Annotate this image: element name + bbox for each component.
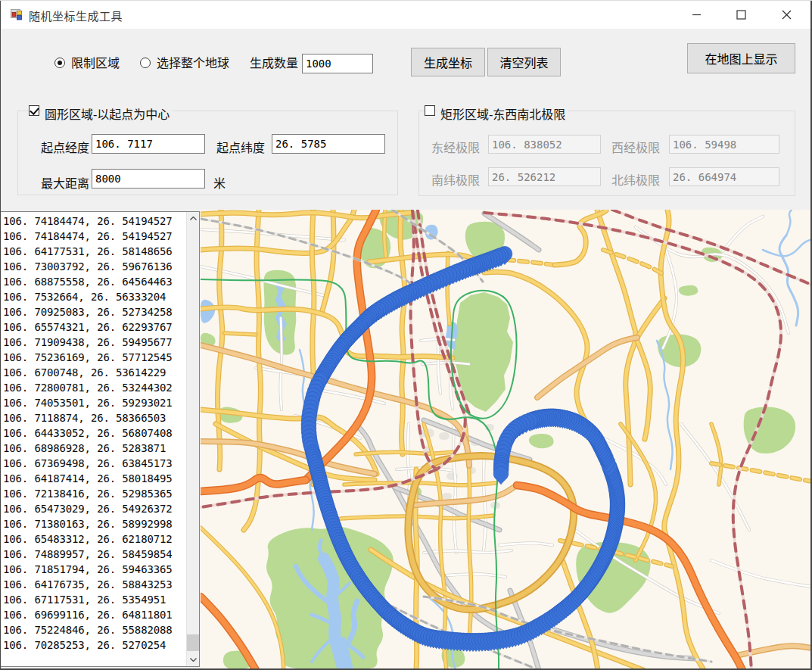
- close-icon: [781, 9, 792, 20]
- window-border-top: [0, 0, 812, 1]
- radio-restrict-area[interactable]: [54, 58, 65, 68]
- map-bld: [439, 432, 450, 440]
- map-park: [744, 407, 795, 454]
- map-canvas: [201, 210, 810, 668]
- map-park: [679, 285, 698, 296]
- list-item[interactable]: 106. 74053501, 26. 59293021: [1, 395, 185, 410]
- chevron-down-icon: [190, 658, 197, 662]
- list-item[interactable]: 106. 7532664, 26. 56333204: [1, 289, 185, 304]
- list-item[interactable]: 106. 71909438, 26. 59495677: [1, 335, 185, 350]
- generate-button[interactable]: 生成坐标: [411, 48, 485, 76]
- minimize-button[interactable]: [679, 0, 714, 29]
- title-bar: 随机坐标生成工具: [0, 0, 812, 29]
- east-limit-label: 东经极限: [431, 138, 480, 156]
- map-yellow-thin-road: [621, 424, 656, 560]
- map-river-road: [763, 239, 810, 256]
- app-window: 随机坐标生成工具 限制区域 选择整个地球 生成数量 生成坐标 清空列表 在地图上…: [0, 0, 812, 670]
- coordinate-list: 106. 74184474, 26. 54194527106. 74184474…: [1, 213, 185, 653]
- west-limit-input[interactable]: [669, 135, 779, 154]
- list-item[interactable]: 106. 74889957, 26. 58459854: [1, 547, 185, 562]
- list-item[interactable]: 106. 64177531, 26. 58148656: [1, 244, 185, 259]
- list-item[interactable]: 106. 65574321, 26. 62293767: [1, 319, 185, 335]
- count-label: 生成数量: [250, 57, 298, 70]
- chevron-up-icon: [190, 217, 197, 220]
- list-item[interactable]: 106. 74184474, 26. 54194527: [1, 213, 185, 229]
- map-orange-road: [201, 478, 306, 491]
- start-lon-label: 起点经度: [41, 138, 89, 156]
- map-ydash-road: [711, 463, 810, 481]
- show-on-map-button[interactable]: 在地图上显示: [687, 43, 795, 73]
- map-river-road: [786, 210, 792, 235]
- list-item[interactable]: 106. 72138416, 26. 52985365: [1, 486, 185, 501]
- list-item[interactable]: 106. 68986928, 26. 5283871: [1, 441, 185, 456]
- list-item[interactable]: 106. 7118874, 26. 58366503: [1, 410, 185, 425]
- start-lat-input[interactable]: [272, 134, 385, 154]
- rect-area-checkbox[interactable]: [425, 105, 435, 116]
- map-yellow-thin-road: [621, 424, 656, 560]
- scroll-down-button[interactable]: [187, 653, 200, 666]
- list-item[interactable]: 106. 75224846, 26. 55882088: [1, 622, 185, 637]
- east-limit-input[interactable]: [488, 135, 601, 154]
- maximize-icon: [736, 10, 746, 20]
- list-item[interactable]: 106. 70285253, 26. 5270254: [1, 637, 185, 653]
- scroll-up-button[interactable]: [187, 212, 200, 225]
- map-minor-road: [281, 318, 282, 410]
- list-item[interactable]: 106. 67369498, 26. 63845173: [1, 456, 185, 471]
- west-limit-label: 西经极限: [611, 138, 660, 156]
- map-tan-road: [409, 485, 517, 506]
- map-yellow-road: [637, 298, 664, 338]
- scrollbar-thumb[interactable]: [187, 634, 200, 651]
- list-item[interactable]: 106. 75236169, 26. 57712545: [1, 350, 185, 365]
- list-item[interactable]: 106. 65483312, 26. 62180712: [1, 531, 185, 547]
- window-title: 随机坐标生成工具: [29, 8, 123, 23]
- clear-list-button[interactable]: 清空列表: [487, 48, 561, 76]
- maximize-button[interactable]: [723, 0, 758, 29]
- list-item[interactable]: 106. 6700748, 26. 53614229: [1, 365, 185, 380]
- list-item[interactable]: 106. 64176735, 26. 58843253: [1, 577, 185, 592]
- list-item[interactable]: 106. 73003792, 26. 59676136: [1, 259, 185, 274]
- list-item[interactable]: 106. 65473029, 26. 54926372: [1, 501, 185, 516]
- list-item[interactable]: 106. 69699116, 26. 64811801: [1, 607, 185, 622]
- map-yellow-thin-road: [225, 333, 256, 335]
- radio-restrict-area-label: 限制区域: [71, 57, 120, 70]
- rect-area-title: 矩形区域-东西南北极限: [437, 104, 568, 123]
- map-bld: [442, 493, 452, 500]
- app-icon: [11, 8, 23, 20]
- map-yellow-road: [661, 210, 704, 668]
- list-item[interactable]: 106. 70925083, 26. 52734258: [1, 304, 185, 319]
- south-limit-input[interactable]: [488, 167, 601, 186]
- south-limit-label: 南纬极限: [431, 170, 480, 189]
- map-panel[interactable]: [201, 210, 810, 668]
- map-minor-road: [723, 217, 763, 251]
- list-item[interactable]: 106. 64187414, 26. 58018495: [1, 471, 185, 486]
- meter-unit-label: 米: [213, 173, 226, 192]
- count-input[interactable]: [302, 54, 373, 73]
- circle-area-checkbox[interactable]: [29, 105, 39, 116]
- coordinate-listbox[interactable]: 106. 74184474, 26. 54194527106. 74184474…: [0, 211, 200, 667]
- list-item[interactable]: 106. 71851794, 26. 59463365: [1, 562, 185, 577]
- close-button[interactable]: [769, 0, 804, 29]
- max-distance-label: 最大距离: [41, 173, 89, 192]
- window-border-left: [0, 0, 1, 670]
- map-minor-road: [499, 543, 552, 545]
- list-item[interactable]: 106. 72800781, 26. 53244302: [1, 380, 185, 395]
- map-park: [529, 434, 554, 448]
- max-distance-input[interactable]: [92, 169, 205, 189]
- list-item[interactable]: 106. 67117531, 26. 5354951: [1, 592, 185, 607]
- north-limit-input[interactable]: [669, 167, 779, 186]
- start-lat-label: 起点纬度: [216, 138, 265, 156]
- list-item[interactable]: 106. 68875558, 26. 64564463: [1, 274, 185, 289]
- radio-whole-globe-label: 选择整个地球: [157, 57, 229, 70]
- north-limit-label: 北纬极限: [611, 170, 660, 189]
- radio-whole-globe[interactable]: [140, 58, 151, 68]
- vertical-scrollbar[interactable]: [186, 212, 199, 666]
- map-minor-road: [711, 560, 810, 587]
- list-item[interactable]: 106. 64433052, 26. 56807408: [1, 425, 185, 441]
- start-lon-input[interactable]: [92, 134, 205, 154]
- circle-area-title: 圆形区域-以起点为中心: [42, 104, 173, 123]
- list-item[interactable]: 106. 71380163, 26. 58992998: [1, 516, 185, 531]
- list-item[interactable]: 106. 74184474, 26. 54194527: [1, 229, 185, 244]
- minimize-icon: [692, 10, 702, 20]
